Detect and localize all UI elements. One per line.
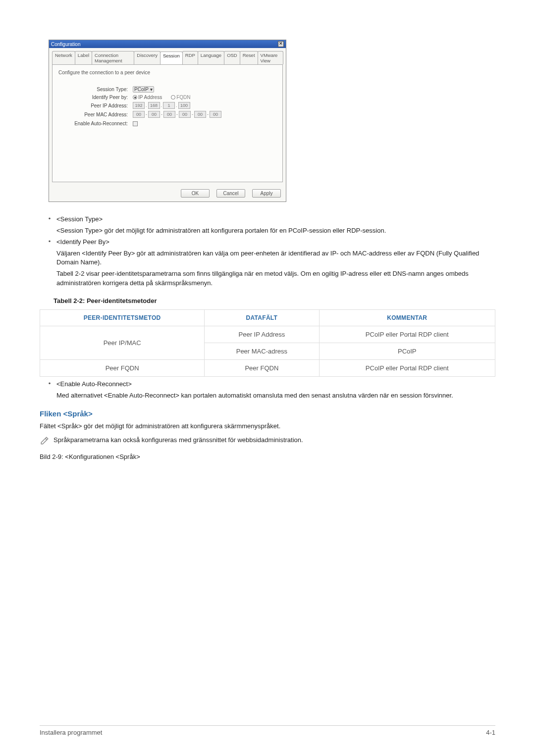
th-datafield: DATAFÄLT <box>205 309 319 326</box>
cell-field-2: Peer MAC-adress <box>205 343 319 359</box>
cell-method-3: Peer FQDN <box>40 359 205 376</box>
tab-reset[interactable]: Reset <box>240 51 258 64</box>
tab-rdp[interactable]: RDP <box>182 51 198 64</box>
checkbox-auto-reconnect[interactable] <box>133 121 138 126</box>
bullet-marker: • <box>43 238 56 247</box>
radio-fqdn[interactable] <box>171 95 175 100</box>
radio-ip-address[interactable] <box>133 95 137 100</box>
note-text: Språkparametrarna kan också konfigureras… <box>54 436 303 445</box>
bullet-list: • <Session Type> <Session Type> gör det … <box>43 215 495 288</box>
note-row: Språkparametrarna kan också konfigureras… <box>40 436 495 446</box>
table-caption: Tabell 2-2: Peer-identitetsmetoder <box>54 297 495 304</box>
footer-left: Installera programmet <box>40 729 102 736</box>
bullet-autoreconnect-body: Med alternativet <Enable Auto-Reconnect>… <box>56 391 495 401</box>
tab-vmware-view[interactable]: VMware View <box>258 51 283 64</box>
bullet-session-type-body: <Session Type> gör det möjligt för admin… <box>56 226 495 236</box>
label-peer-ip: Peer IP Address: <box>58 103 133 108</box>
peer-ip-field[interactable]: 192. 168. 1. 100 <box>133 102 190 109</box>
bullet-marker: • <box>43 215 56 224</box>
dialog-button-row: OK Cancel Apply <box>49 185 286 202</box>
label-peer-mac: Peer MAC Address: <box>58 112 133 117</box>
section-heading-sprak: Fliken <Språk> <box>40 409 495 418</box>
tab-connection-management[interactable]: Connection Management <box>92 51 134 64</box>
tab-description: Configure the connection to a peer devic… <box>58 70 276 75</box>
label-identify-peer: Identify Peer by: <box>58 95 133 100</box>
tab-label[interactable]: Label <box>75 51 92 64</box>
label-session-type: Session Type: <box>58 87 133 92</box>
radio-fqdn-label: FQDN <box>176 95 190 100</box>
row-identify-peer: Identify Peer by: IP Address FQDN <box>58 95 276 100</box>
tab-discovery[interactable]: Discovery <box>134 51 160 64</box>
peer-identity-table: PEER-IDENTITETSMETOD DATAFÄLT KOMMENTAR … <box>40 309 495 377</box>
close-icon[interactable]: ✕ <box>278 41 284 47</box>
row-peer-mac: Peer MAC Address: 00- 00- 00- 00- 00- 00 <box>58 111 276 118</box>
bullet-identify-body1: Väljaren <Identify Peer By> gör att admi… <box>56 249 495 268</box>
bullet-identify-body2: Tabell 2-2 visar peer-identitetsparametr… <box>56 269 495 288</box>
peer-mac-field[interactable]: 00- 00- 00- 00- 00- 00 <box>133 111 221 118</box>
tab-network[interactable]: Network <box>52 51 75 64</box>
ok-button[interactable]: OK <box>181 189 210 198</box>
tab-language[interactable]: Language <box>198 51 224 64</box>
footer-right: 4-1 <box>486 729 495 736</box>
row-peer-ip: Peer IP Address: 192. 168. 1. 100 <box>58 102 276 109</box>
bullet-marker: • <box>43 380 56 389</box>
bullet-autoreconnect-title: <Enable Auto-Reconnect> <box>56 380 495 389</box>
page-footer: Installera programmet 4-1 <box>40 725 495 736</box>
tab-strip: Network Label Connection Management Disc… <box>49 48 286 64</box>
row-auto-reconnect: Enable Auto-Reconnect: <box>58 121 276 126</box>
dialog-title: Configuration <box>51 42 80 47</box>
tab-osd[interactable]: OSD <box>224 51 240 64</box>
apply-button[interactable]: Apply <box>252 189 281 198</box>
after-table-bullets: • <Enable Auto-Reconnect> Med alternativ… <box>43 380 495 401</box>
th-comment: KOMMENTAR <box>319 309 495 326</box>
table-row: Peer FQDN Peer FQDN PCoIP eller Portal R… <box>40 359 495 376</box>
table-row: Peer IP/MAC Peer IP Address PCoIP eller … <box>40 326 495 343</box>
select-session-type[interactable]: PCoIP ▾ <box>133 86 154 93</box>
section-body-sprak: Fältet <Språk> gör det möjligt för admin… <box>40 422 495 431</box>
configuration-dialog: Configuration ✕ Network Label Connection… <box>49 40 286 202</box>
cell-comment-2: PCoIP <box>319 343 495 359</box>
tab-session[interactable]: Session <box>160 51 183 65</box>
dialog-titlebar: Configuration ✕ <box>49 40 286 48</box>
cell-method-1: Peer IP/MAC <box>40 326 205 359</box>
radio-ip-label: IP Address <box>138 95 162 100</box>
label-auto-reconnect: Enable Auto-Reconnect: <box>58 121 133 126</box>
row-session-type: Session Type: PCoIP ▾ <box>58 86 276 93</box>
bullet-identify-title: <Identify Peer By> <box>56 238 495 247</box>
cell-comment-3: PCoIP eller Portal RDP client <box>319 359 495 376</box>
cell-comment-1: PCoIP eller Portal RDP client <box>319 326 495 343</box>
cell-field-3: Peer FQDN <box>205 359 319 376</box>
figure-caption: Bild 2-9: <Konfigurationen <Språk> <box>40 453 495 462</box>
note-icon <box>40 436 50 446</box>
cancel-button[interactable]: Cancel <box>216 189 245 198</box>
th-method: PEER-IDENTITETSMETOD <box>40 309 205 326</box>
bullet-session-type-title: <Session Type> <box>56 215 495 224</box>
cell-field-1: Peer IP Address <box>205 326 319 343</box>
tab-body: Configure the connection to a peer devic… <box>52 64 283 182</box>
